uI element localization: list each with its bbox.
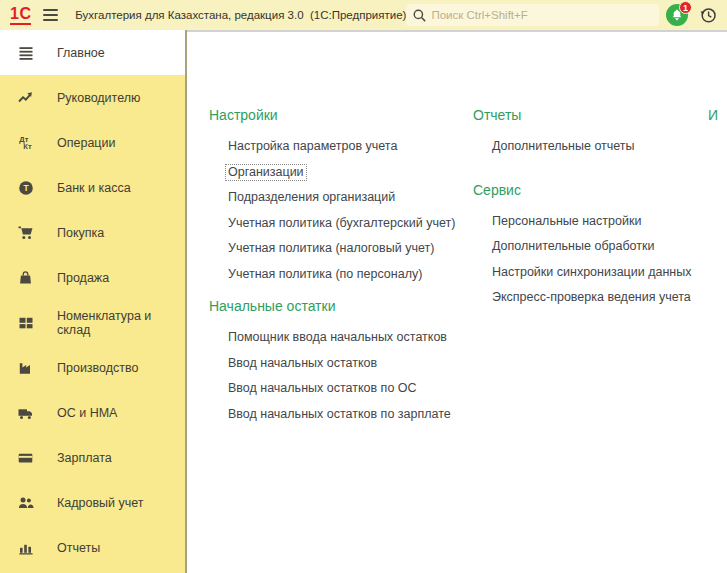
section-links: Помощник ввода начальных остатковВвод на… bbox=[228, 325, 461, 427]
sidebar-item-otchety[interactable]: Отчеты bbox=[0, 525, 185, 570]
notifications-button[interactable]: 1 bbox=[666, 3, 688, 27]
section-links: Дополнительные отчеты bbox=[492, 134, 717, 160]
sidebar-item-pokupka[interactable]: Покупка bbox=[0, 210, 185, 255]
content-section: Начальные остаткиПомощник ввода начальны… bbox=[209, 296, 461, 427]
sidebar-item-label: Номенклатура и склад bbox=[57, 309, 185, 337]
menu-list-icon bbox=[17, 44, 34, 61]
sidebar-item-label: Отчеты bbox=[57, 541, 100, 555]
content-link[interactable]: Персональные настройки bbox=[492, 214, 641, 229]
section-title: Настройки bbox=[209, 105, 461, 125]
link-row: Ввод начальных остатков по зарплате bbox=[228, 402, 461, 428]
people-icon bbox=[17, 494, 34, 511]
hamburger-menu-icon[interactable] bbox=[43, 9, 58, 21]
content-link[interactable]: Помощник ввода начальных остатков bbox=[228, 330, 447, 345]
sidebar-item-zarplata[interactable]: Зарплата bbox=[0, 435, 185, 480]
sidebar-item-proizvodstvo[interactable]: Производство bbox=[0, 345, 185, 390]
sidebar-item-operacii[interactable]: ДтКтОперации bbox=[0, 120, 185, 165]
topbar: 1С Бухгалтерия для Казахстана, редакция … bbox=[0, 0, 727, 30]
link-row: Помощник ввода начальных остатков bbox=[228, 325, 461, 351]
truck-icon bbox=[17, 404, 34, 421]
content-link[interactable]: Организации bbox=[225, 164, 307, 181]
link-row: Ввод начальных остатков bbox=[228, 351, 461, 377]
link-row: Дополнительные обработки bbox=[492, 234, 717, 260]
link-row: Учетная политика (налоговый учет) bbox=[228, 236, 461, 262]
sidebar-item-label: Банк и касса bbox=[57, 181, 131, 195]
main-content: НастройкиНастройка параметров учетаОрган… bbox=[187, 30, 727, 573]
content-section: ОтчетыДополнительные отчеты bbox=[473, 105, 717, 160]
history-icon bbox=[698, 5, 718, 25]
content-link[interactable]: Учетная политика (налоговый учет) bbox=[228, 241, 434, 256]
link-row: Настройки синхронизации данных bbox=[492, 260, 717, 286]
link-row: Настройка параметров учета bbox=[228, 134, 461, 160]
notification-badge: 1 bbox=[679, 1, 692, 14]
content-link[interactable]: Подразделения организаций bbox=[228, 190, 395, 205]
sidebar-item-label: Операции bbox=[57, 136, 115, 150]
content-section: СервисПерсональные настройкиДополнительн… bbox=[473, 180, 717, 311]
sidebar-item-kadrovyj-uchet[interactable]: Кадровый учет bbox=[0, 480, 185, 525]
sidebar-item-prodazha[interactable]: Продажа bbox=[0, 255, 185, 300]
sidebar-item-glavnoe[interactable]: Главное bbox=[0, 30, 185, 75]
content-section: И bbox=[708, 105, 727, 125]
section-title: Отчеты bbox=[473, 105, 717, 125]
section-links: Персональные настройкиДополнительные обр… bbox=[492, 209, 717, 311]
sidebar-item-bank-i-kassa[interactable]: ТБанк и касса bbox=[0, 165, 185, 210]
content-link[interactable]: Ввод начальных остатков bbox=[228, 356, 377, 371]
bag-icon bbox=[17, 269, 34, 286]
link-row: Дополнительные отчеты bbox=[492, 134, 717, 160]
section-title: Начальные остатки bbox=[209, 296, 461, 316]
content-link[interactable]: Дополнительные обработки bbox=[492, 239, 654, 254]
sidebar-item-label: Кадровый учет bbox=[57, 496, 144, 510]
search-input[interactable] bbox=[427, 9, 654, 21]
search-icon bbox=[411, 7, 427, 23]
content-link[interactable]: Ввод начальных остатков по ОС bbox=[228, 381, 417, 396]
tenge-coin-icon: Т bbox=[17, 179, 34, 196]
1c-logo: 1С bbox=[10, 6, 31, 25]
section-title: И bbox=[708, 105, 727, 125]
content-column-left: НастройкиНастройка параметров учетаОрган… bbox=[209, 105, 461, 427]
link-row: Учетная политика (бухгалтерский учет) bbox=[228, 211, 461, 237]
link-row: Организации bbox=[228, 160, 461, 186]
bank-card-icon bbox=[17, 449, 34, 466]
link-row: Подразделения организаций bbox=[228, 185, 461, 211]
link-row: Ввод начальных остатков по ОС bbox=[228, 376, 461, 402]
content-link[interactable]: Учетная политика (по персоналу) bbox=[228, 267, 422, 282]
sidebar-item-label: ОС и НМА bbox=[57, 406, 117, 420]
cart-icon bbox=[17, 224, 34, 241]
bar-chart-icon bbox=[17, 539, 34, 556]
svg-text:Т: Т bbox=[23, 183, 29, 193]
section-title: Сервис bbox=[473, 180, 717, 200]
content-link[interactable]: Экспресс-проверка ведения учета bbox=[492, 290, 691, 305]
global-search bbox=[406, 4, 658, 26]
sections-panel: ГлавноеРуководителюДтКтОперацииТБанк и к… bbox=[0, 30, 187, 573]
content-link[interactable]: Ввод начальных остатков по зарплате bbox=[228, 407, 451, 422]
content-link[interactable]: Настройки синхронизации данных bbox=[492, 265, 692, 280]
content-column-middle: ОтчетыДополнительные отчетыСервисПерсона… bbox=[473, 105, 717, 311]
section-links: Настройка параметров учетаОрганизацииПод… bbox=[228, 134, 461, 287]
link-row: Персональные настройки bbox=[492, 209, 717, 235]
link-row: Экспресс-проверка ведения учета bbox=[492, 285, 717, 311]
history-button[interactable] bbox=[698, 5, 718, 25]
content-link[interactable]: Дополнительные отчеты bbox=[492, 139, 635, 154]
debit-credit-icon: ДтКт bbox=[17, 134, 34, 151]
content-link[interactable]: Учетная политика (бухгалтерский учет) bbox=[228, 216, 455, 231]
sidebar-item-nomenklatura-i-sklad[interactable]: Номенклатура и склад bbox=[0, 300, 185, 345]
sidebar-item-rukovoditelyu[interactable]: Руководителю bbox=[0, 75, 185, 120]
sidebar-item-os-i-nma[interactable]: ОС и НМА bbox=[0, 390, 185, 435]
sidebar-item-label: Руководителю bbox=[57, 91, 140, 105]
sidebar-item-label: Производство bbox=[57, 361, 139, 375]
content-column-right-truncated: И bbox=[708, 105, 727, 134]
sidebar-item-label: Покупка bbox=[57, 226, 104, 240]
window-title: Бухгалтерия для Казахстана, редакция 3.0… bbox=[75, 9, 406, 21]
content-section: НастройкиНастройка параметров учетаОрган… bbox=[209, 105, 461, 287]
content-link[interactable]: Настройка параметров учета bbox=[228, 139, 397, 154]
sidebar-nav: ГлавноеРуководителюДтКтОперацииТБанк и к… bbox=[0, 30, 185, 570]
sidebar-item-label: Продажа bbox=[57, 271, 109, 285]
sidebar-item-label: Главное bbox=[57, 46, 105, 60]
sidebar-item-label: Зарплата bbox=[57, 451, 112, 465]
factory-icon bbox=[17, 359, 34, 376]
link-row: Учетная политика (по персоналу) bbox=[228, 262, 461, 288]
stock-grid-icon bbox=[17, 314, 34, 331]
trend-up-icon bbox=[17, 89, 34, 106]
